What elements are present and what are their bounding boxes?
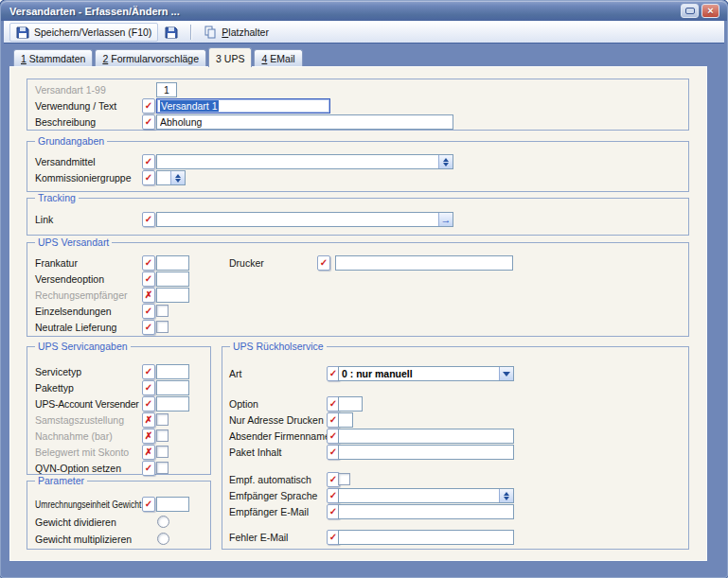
- save-button[interactable]: [158, 23, 185, 42]
- gewicht-dividieren-radio[interactable]: [157, 516, 169, 528]
- empfaenger-sprache-select[interactable]: [338, 488, 514, 503]
- kommissioniergruppe-label: Kommissioniergruppe: [35, 172, 132, 184]
- ups-account-input[interactable]: [156, 396, 189, 412]
- art-label: Art: [229, 368, 241, 379]
- note-check-icon[interactable]: ✓: [142, 255, 155, 271]
- toolbar: Speichern/Verlassen (F10) Platzhalter: [4, 21, 724, 44]
- section-parameter: Parameter Umrechnungseinheit Gewicht ✓ G…: [27, 481, 211, 550]
- note-check-icon[interactable]: ✓: [142, 320, 155, 335]
- note-check-icon[interactable]: ✓: [142, 380, 155, 395]
- empf-automatisch-label: Empf. automatisch: [229, 474, 311, 485]
- nachnahme-checkbox[interactable]: [156, 429, 169, 442]
- note-check-icon[interactable]: ✓: [142, 154, 155, 169]
- neutrale-lieferung-checkbox[interactable]: [156, 321, 169, 333]
- beschreibung-input[interactable]: [156, 114, 453, 130]
- tab-formularvorschlaege[interactable]: 2Formularvorschläge: [95, 49, 206, 66]
- window-title: Versandarten - Erfassen/Ändern ...: [1, 6, 180, 17]
- note-check-icon[interactable]: ✓: [142, 114, 155, 130]
- belegwert-checkbox[interactable]: [156, 446, 169, 458]
- tab-ups[interactable]: 3UPS: [208, 47, 252, 67]
- paket-inhalt-input[interactable]: [338, 445, 514, 460]
- note-check-icon[interactable]: ✓: [142, 212, 155, 227]
- save-exit-label: Speichern/Verlassen (F10): [34, 26, 151, 38]
- note-check-icon[interactable]: ✓: [142, 271, 155, 287]
- fehler-email-input[interactable]: [338, 530, 514, 545]
- dialog-window: Versandarten - Erfassen/Ändern ... × Spe…: [0, 0, 728, 578]
- drucker-input[interactable]: [335, 255, 513, 271]
- einzelsendungen-label: Einzelsendungen: [35, 306, 112, 317]
- qvn-option-checkbox[interactable]: [156, 462, 169, 474]
- spinner-icon[interactable]: [499, 489, 513, 502]
- versandart-number-input[interactable]: [156, 82, 177, 97]
- window-buttons: ×: [681, 4, 727, 18]
- close-button[interactable]: ×: [701, 4, 719, 18]
- umrechnungseinheit-input[interactable]: [156, 497, 189, 512]
- platzhalter-label: Platzhalter: [222, 26, 269, 38]
- empfaenger-email-input[interactable]: [338, 504, 514, 519]
- absender-firmenname-input[interactable]: [338, 429, 514, 444]
- close-icon: ×: [707, 6, 713, 16]
- titlebar[interactable]: Versandarten - Erfassen/Ändern ... ×: [1, 1, 727, 21]
- section-title: UPS Rückholservice: [230, 341, 327, 352]
- note-check-icon[interactable]: ✓: [317, 255, 330, 271]
- servicetyp-label: Servicetyp: [35, 366, 81, 377]
- option-input[interactable]: [338, 396, 363, 412]
- rechnungsempfaenger-input[interactable]: [156, 288, 189, 303]
- note-check-icon[interactable]: ✓: [142, 170, 155, 185]
- pakettyp-label: Pakettyp: [35, 382, 74, 394]
- section-grundangaben: Grundangaben Versandmittel ✓ Kommissioni…: [27, 141, 689, 192]
- spinner-icon[interactable]: [170, 171, 185, 184]
- section-ups-versandart: UPS Versandart Frankatur ✓ Drucker ✓ Ver…: [27, 242, 689, 337]
- note-check-icon[interactable]: ✓: [142, 364, 155, 379]
- pakettyp-input[interactable]: [156, 380, 189, 395]
- open-link-icon[interactable]: →: [438, 213, 453, 226]
- toolbar-separator: [190, 25, 191, 40]
- verwendung-input[interactable]: Versandart 1: [156, 98, 330, 114]
- empf-automatisch-checkbox[interactable]: [338, 473, 350, 485]
- note-cross-icon[interactable]: ✗: [142, 445, 155, 460]
- samstagszustellung-checkbox[interactable]: [156, 413, 169, 426]
- chevron-down-icon[interactable]: [499, 367, 513, 380]
- note-cross-icon[interactable]: ✗: [142, 288, 155, 303]
- minimize-button[interactable]: [681, 4, 699, 18]
- link-label: Link: [35, 214, 53, 225]
- servicetyp-input[interactable]: [156, 364, 189, 379]
- tab-stammdaten[interactable]: 1Stammdaten: [13, 49, 93, 66]
- absender-firmenname-label: Absender Firmenname: [229, 430, 330, 442]
- tab-strip: 1Stammdaten 2Formularvorschläge 3UPS 4EM…: [13, 46, 305, 66]
- option-label: Option: [229, 398, 258, 410]
- spinner-icon[interactable]: [438, 155, 453, 168]
- save-exit-button[interactable]: Speichern/Verlassen (F10): [9, 23, 158, 42]
- note-cross-icon[interactable]: ✗: [142, 412, 155, 428]
- save-icon: [16, 26, 29, 39]
- kommissioniergruppe-spinner[interactable]: [156, 170, 186, 185]
- belegwert-label: Belegwert mit Skonto: [35, 447, 129, 458]
- versandmittel-label: Versandmittel: [35, 156, 96, 167]
- link-input[interactable]: →: [156, 212, 453, 227]
- versandmittel-select[interactable]: [156, 154, 453, 169]
- nur-adresse-drucken-input[interactable]: [338, 412, 353, 428]
- fehler-email-label: Fehler E-Mail: [229, 532, 288, 543]
- note-check-icon[interactable]: ✓: [142, 304, 155, 319]
- art-select[interactable]: 0 : nur manuell: [338, 366, 514, 381]
- note-check-icon[interactable]: ✓: [142, 98, 155, 114]
- section-title: Grundangaben: [35, 135, 107, 147]
- note-check-icon[interactable]: ✓: [142, 396, 155, 412]
- versendeoption-input[interactable]: [156, 271, 189, 287]
- platzhalter-button[interactable]: Platzhalter: [197, 23, 275, 42]
- note-check-icon[interactable]: ✓: [142, 461, 155, 476]
- empfaenger-sprache-label: Emfpänger Sprache: [229, 490, 317, 501]
- note-check-icon[interactable]: ✓: [142, 497, 155, 512]
- ups-account-label: UPS-Account Versender: [35, 398, 139, 410]
- section-ups-servicangaben: UPS Servicangaben Servicetyp ✓ Pakettyp …: [27, 346, 211, 475]
- frankatur-input[interactable]: [156, 255, 189, 271]
- tab-email[interactable]: 4EMail: [254, 49, 302, 66]
- einzelsendungen-checkbox[interactable]: [156, 305, 169, 317]
- copy-icon: [204, 26, 217, 39]
- gewicht-multiplizieren-radio[interactable]: [157, 533, 169, 545]
- beschreibung-label: Beschreibung: [35, 116, 96, 128]
- save-icon: [165, 26, 178, 39]
- note-cross-icon[interactable]: ✗: [142, 429, 155, 444]
- selected-text: Versandart 1: [160, 100, 219, 112]
- section-title: Parameter: [35, 475, 87, 486]
